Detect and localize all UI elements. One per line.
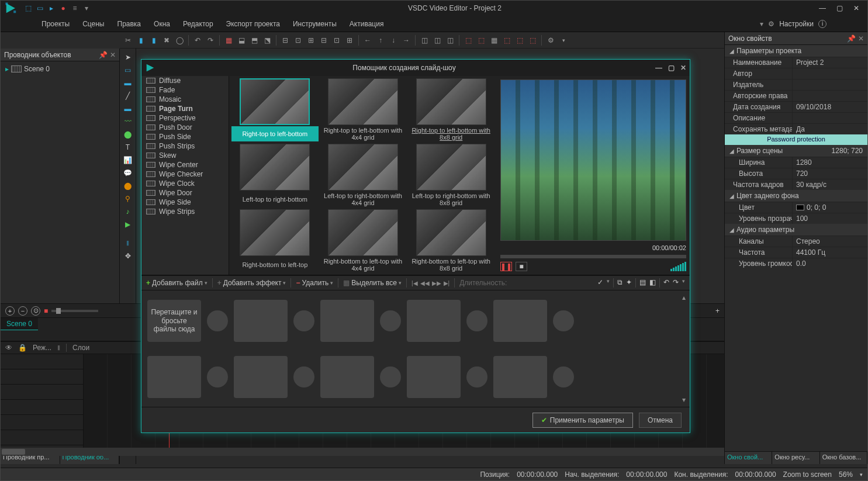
timeline-scene-tab[interactable]: Scene 0 [1,318,38,330]
group-scene-size[interactable]: ◢Размер сцены1280; 720 [725,145,867,157]
align-4[interactable]: ⬔ [261,34,273,46]
wiz-tool-fx[interactable]: ✦ [626,278,632,288]
tl-zoom-out[interactable]: − [18,306,27,316]
preview-seekbar[interactable] [500,255,686,258]
cut-icon[interactable]: ✂ [122,34,134,46]
align-10[interactable]: ⊞ [344,34,355,46]
transition-diffuse[interactable]: Diffuse [141,76,229,85]
props-pin-icon[interactable]: 📌 [847,34,856,43]
tl-lock-icon[interactable]: 🔒 [18,344,27,352]
wiz-tool-bw[interactable]: ◧ [649,278,656,288]
right-tab-properties[interactable]: Окно свой... [725,452,772,464]
align-7[interactable]: ⊞ [305,34,317,46]
wiz-tool-crop[interactable]: ⧉ [617,278,623,288]
menu-export[interactable]: Экспорт проекта [226,20,280,28]
transition-slot[interactable] [293,310,314,331]
rect-tool[interactable]: ▬ [122,78,134,88]
clip-slot[interactable] [320,356,374,398]
close-button[interactable]: ✕ [853,4,859,12]
settings-label[interactable]: Настройки [779,20,814,28]
transport-next[interactable]: ▶▶ [432,280,441,286]
sel-2[interactable]: ⬚ [475,34,487,46]
redo-icon[interactable]: ↷ [205,34,216,46]
tool-4[interactable]: ✖ [161,34,172,46]
menu-edit[interactable]: Правка [117,20,141,28]
sel-3[interactable]: ⬚ [501,34,513,46]
shape-tool[interactable]: ⬤ [122,129,134,140]
minimize-button[interactable]: ― [819,4,826,12]
prop-fps-value[interactable]: 30 кадр/с [792,179,867,190]
add-effect-button[interactable]: +Добавить эффект▾ [217,279,286,287]
wizard-close[interactable]: ✕ [680,64,686,72]
menubar-dropdown[interactable]: ▾ [760,20,763,28]
tl-eye-icon[interactable]: 👁 [5,344,12,352]
prop-publisher-value[interactable] [792,79,867,90]
preview-stop-button[interactable]: ■ [516,262,527,271]
info-icon[interactable]: i [818,20,826,28]
delete-button[interactable]: −Удалить▾ [296,279,333,287]
tl-rec-icon[interactable]: ■ [44,307,48,315]
qat-icon-5[interactable]: ≡ [71,4,79,12]
menu-editor[interactable]: Редактор [183,20,213,28]
video-tool[interactable]: ▶ [122,219,134,230]
gear-icon[interactable]: ⚙ [768,20,774,28]
music-tool[interactable]: ♪ [122,206,134,217]
panel-close-icon[interactable]: ✕ [110,51,116,59]
person-tool[interactable]: ⚲ [122,193,134,204]
clip-slot[interactable] [407,356,461,398]
thumb-cell[interactable]: Right-top to left-bottom [231,78,319,141]
tool-2[interactable]: ▮ [135,34,147,46]
group-3[interactable]: ◫ [444,34,456,46]
counter-tool[interactable]: ⬤ [122,181,134,191]
arrow-left-icon[interactable]: ← [362,34,374,46]
sel-5[interactable]: ⬚ [527,34,538,46]
tl-add-icon[interactable]: + [715,307,720,315]
pin-icon[interactable]: 📌 [99,51,108,59]
qat-icon-3[interactable]: ▸ [47,4,56,12]
transport-prev[interactable]: ◀◀ [420,280,430,286]
thumb-cell[interactable]: Right-bottom to left-top with 4x4 grid [320,209,407,272]
arrow-right-icon[interactable]: → [400,34,412,46]
prop-date-value[interactable]: 09/10/2018 [792,102,867,112]
prop-author-value[interactable] [792,68,867,79]
transition-wipe-clock[interactable]: Wipe Clock [141,179,229,188]
prop-copyright-value[interactable] [792,91,867,101]
sel-1[interactable]: ⬚ [462,34,474,46]
prop-height-value[interactable]: 720 [792,168,867,179]
group-audio[interactable]: ◢Аудио параметры [725,224,867,236]
transition-slot[interactable] [466,310,487,331]
pointer-tool[interactable]: ➤ [122,52,134,63]
status-zoom-dropdown[interactable]: ▾ [860,472,863,477]
qat-icon-2[interactable]: ▭ [36,4,44,12]
apply-button[interactable]: ✔Применить параметры [532,413,633,428]
cancel-button[interactable]: Отмена [639,413,682,428]
menu-scenes[interactable]: Сцены [82,20,104,28]
line-shape-tool[interactable]: ▭ [122,65,134,75]
clip-slot[interactable] [493,356,547,398]
transition-push-strips[interactable]: Push Strips [141,141,229,151]
prop-width-value[interactable]: 1280 [792,157,867,168]
volume-indicator[interactable] [670,262,686,271]
wiz-tool-brush[interactable]: ✓ [597,278,603,288]
thumb-cell[interactable]: Right-top to left-bottom with 8x8 grid [407,78,494,141]
preview-pause-button[interactable]: ❚❚ [500,262,512,271]
select-all-button[interactable]: ▦Выделить все▾ [343,279,402,287]
transition-wipe-side[interactable]: Wipe Side [141,198,229,207]
menu-windows[interactable]: Окна [154,20,170,28]
text-tool[interactable]: T [122,142,134,153]
menu-activation[interactable]: Активация [350,20,384,28]
prop-opacity-value[interactable]: 100 [792,213,867,224]
thumb-cell[interactable]: Right-bottom to left-top [231,209,319,272]
wizard-maximize[interactable]: ▢ [668,64,675,72]
menu-projects[interactable]: Проекты [42,20,70,28]
grid-icon[interactable]: ▦ [488,34,500,46]
sel-4[interactable]: ⬚ [514,34,525,46]
transition-slot[interactable] [466,366,487,387]
transition-perspective[interactable]: Perspective [141,113,229,123]
transition-wipe-checker[interactable]: Wipe Checker [141,169,229,179]
arrow-up-icon[interactable]: ↑ [375,34,386,46]
sb-scroll-down[interactable]: ▾ [680,396,687,403]
align-9[interactable]: ⊡ [331,34,343,46]
prop-desc-value[interactable] [792,113,867,123]
sb-scroll-up[interactable]: ▴ [680,294,687,301]
